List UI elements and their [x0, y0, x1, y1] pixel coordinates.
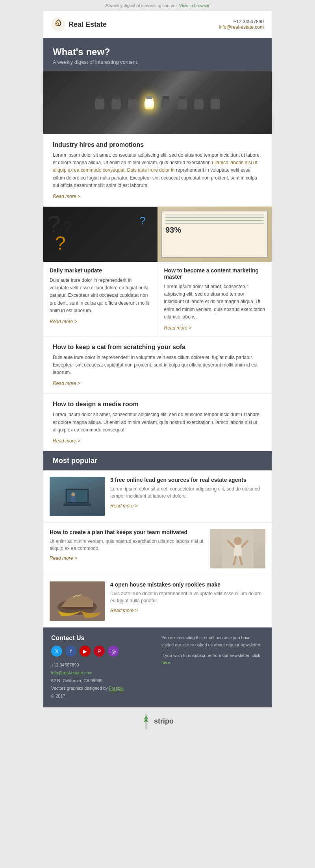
hero-banner: What's new? A weekly digest of interesti…: [43, 38, 272, 71]
footer: Contact Us 𝕏 f ▶ P ◎ +12 34567890 info@r…: [43, 627, 272, 707]
bulb-5: [178, 96, 187, 109]
logo-text: Real Estate: [69, 20, 107, 29]
freepik-link[interactable]: Freepik: [109, 686, 124, 690]
header-email-link[interactable]: info@real-estate.com: [219, 24, 264, 30]
svg-point-4: [71, 492, 75, 496]
footer-phone: +12 34567890: [51, 661, 154, 669]
popular-item-1-title: 3 free online lead gen sources for real …: [110, 477, 265, 483]
popular-item-3-body: Duis aute irure dolor in reprehenderit i…: [110, 590, 265, 604]
bulb-3: [128, 96, 137, 109]
question-gold-icon: ?: [55, 232, 66, 254]
article-5-body: Lorem ipsum dolor sit amet, consectetur …: [53, 411, 262, 434]
bulb-row: [95, 96, 220, 109]
article-3-title: How to become a content marketing master: [164, 267, 266, 280]
article-4-body: Duis aute irure dolor in reprehenderit i…: [53, 354, 262, 377]
footer-address: 62 N. California, CA 99999: [51, 677, 154, 685]
unsubscribe-link[interactable]: here: [161, 660, 170, 665]
laptop-svg: [61, 485, 93, 508]
svg-rect-2: [67, 490, 87, 502]
bulb-4: [161, 96, 170, 109]
logo-icon: [51, 17, 65, 31]
hero-subtitle: A weekly digest of interesting content.: [53, 59, 262, 65]
svg-point-7: [234, 537, 242, 545]
footer-copyright: © 2017: [51, 692, 154, 700]
article-5-read-more[interactable]: Read more: [53, 438, 80, 444]
svg-rect-3: [63, 503, 91, 506]
popular-item-3-content: 4 open house mistakes only rookies make …: [110, 581, 265, 621]
youtube-icon[interactable]: ▶: [80, 646, 91, 657]
svg-rect-8: [234, 545, 242, 557]
question-image: ? ? ? ? ?: [43, 207, 158, 262]
person-svg: [222, 529, 254, 568]
popular-item-1-read-more[interactable]: Read more: [110, 503, 138, 509]
header-contact: +12 34567890 info@real-estate.com: [219, 19, 264, 30]
article-3-body: Lorem ipsum dolor sit amet, consectetur …: [164, 283, 266, 321]
bulb-2: [111, 96, 121, 109]
popular-item-1-content: 3 free online lead gen sources for real …: [110, 477, 265, 516]
article-1: Industry hires and promotions Lorem ipsu…: [43, 134, 272, 207]
article-5-title: How to design a media room: [53, 401, 262, 408]
notebook-image: 93%: [158, 207, 272, 262]
article-4-title: How to keep a cat from scratching your s…: [53, 344, 262, 351]
logo-area: Real Estate: [51, 17, 107, 31]
shoe-image: [50, 581, 105, 621]
article-2-body: Duis aute irure dolor in reprehenderit i…: [50, 277, 151, 315]
stripo-footer: stripo: [43, 707, 272, 736]
contact-title: Contact Us: [51, 635, 154, 642]
instagram-icon[interactable]: ◎: [108, 646, 119, 657]
footer-right-text1: You are recieving this email because you…: [161, 635, 264, 648]
social-icons: 𝕏 f ▶ P ◎: [51, 646, 154, 657]
bulb-lit: [145, 96, 154, 109]
header-phone: +12 34567890: [219, 19, 264, 24]
popular-item-3: 4 open house mistakes only rookies make …: [43, 575, 272, 627]
article-1-title: Industry hires and promotions: [53, 141, 262, 148]
article-2-title: Daily market update: [50, 267, 151, 274]
article-1-body: Lorem ipsum dolor sit amet, consectetur …: [53, 152, 262, 189]
pinterest-icon[interactable]: P: [94, 646, 105, 657]
popular-item-2-body: Ut enim ad minim veniam, quis nostrud ex…: [50, 538, 205, 552]
article-4: How to keep a cat from scratching your s…: [43, 337, 272, 394]
laptop-image: [50, 477, 105, 516]
email-header: Real Estate +12 34567890 info@real-estat…: [43, 11, 272, 38]
popular-item-1: 3 free online lead gen sources for real …: [43, 470, 272, 523]
twitter-icon[interactable]: 𝕏: [51, 646, 62, 657]
footer-left: Contact Us 𝕏 f ▶ P ◎ +12 34567890 info@r…: [51, 635, 154, 700]
person-image: [210, 529, 265, 568]
popular-item-2-read-more[interactable]: Read more: [50, 555, 77, 561]
top-bar: A weekly digest of interesting content. …: [0, 0, 315, 11]
article-2: Daily market update Duis aute irure dolo…: [43, 262, 158, 336]
bulb-6: [194, 96, 204, 109]
footer-contact-info: +12 34567890 info@real-estate.com 62 N. …: [51, 661, 154, 700]
hero-image: [43, 71, 272, 134]
popular-item-3-read-more[interactable]: Read more: [110, 608, 138, 613]
most-popular-title: Most popular: [53, 457, 262, 465]
two-col-images: ? ? ? ? ? 93%: [43, 207, 272, 262]
shoe-svg: [50, 581, 105, 621]
stripo-label: stripo: [154, 717, 174, 725]
article-5: How to design a media room Lorem ipsum d…: [43, 394, 272, 451]
view-in-browser-link[interactable]: View in browser: [179, 3, 209, 8]
article-2-read-more[interactable]: Read more: [50, 319, 77, 324]
popular-item-1-body: Lorem ipsum dolor sit amet, consectetur …: [110, 485, 265, 500]
footer-right: You are recieving this email because you…: [161, 635, 264, 700]
bulb-7: [211, 96, 220, 109]
svg-rect-5: [71, 496, 75, 502]
article-1-read-more[interactable]: Read more: [53, 194, 80, 199]
popular-item-2-content: How to create a plan that keeps your tea…: [50, 529, 205, 568]
hero-title: What's new?: [53, 46, 262, 57]
top-bar-text: A weekly digest of interesting content.: [106, 3, 178, 8]
footer-right-text2: If you wish to unsubscribe from our news…: [161, 652, 264, 666]
question-blue-icon: ?: [139, 215, 146, 227]
article-3-read-more[interactable]: Read more: [164, 325, 192, 331]
popular-item-3-title: 4 open house mistakes only rookies make: [110, 581, 265, 588]
facebook-icon[interactable]: f: [65, 646, 76, 657]
article-4-read-more[interactable]: Read more: [53, 381, 80, 386]
article-3: How to become a content marketing master…: [158, 262, 272, 336]
stripo-icon: [141, 714, 151, 729]
most-popular-header: Most popular: [43, 451, 272, 470]
footer-credits: Vectors graphics designed by Freepik: [51, 685, 154, 692]
two-col-articles: Daily market update Duis aute irure dolo…: [43, 262, 272, 337]
bulb-1: [95, 96, 104, 109]
svg-point-0: [51, 17, 65, 31]
footer-email-link[interactable]: info@real-estate.com: [51, 670, 93, 675]
